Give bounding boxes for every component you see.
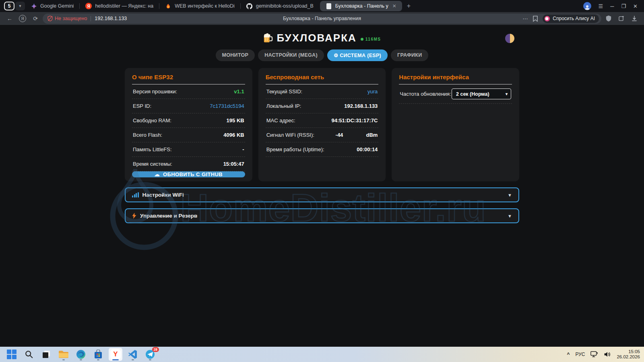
address-bar[interactable]: Не защищено 192.168.1.133 Бухловарка - П… <box>43 14 601 24</box>
update-from-github-button[interactable]: ☁ОБНОВИТЬ С GITHUB <box>132 171 245 177</box>
vscode-button[interactable] <box>126 348 140 361</box>
row-free-ram: Свободно RAM:195 KB <box>132 113 245 128</box>
search-button[interactable] <box>22 348 36 361</box>
github-icon <box>246 3 253 9</box>
tab-buhlovarka-active[interactable]: Бухловарка - Панель у ✕ <box>320 1 402 11</box>
tab-title: Бухловарка - Панель у <box>335 3 388 9</box>
tab-monitor[interactable]: МОНИТОР <box>216 49 255 61</box>
card-interface-settings: Настройки интерфейса Частота обновления:… <box>392 68 519 181</box>
bookmark-icon[interactable] <box>533 16 538 22</box>
accordion-wifi-settings[interactable]: Настройки WiFi ▼ <box>125 187 519 202</box>
window-close-button[interactable]: ✕ <box>633 3 638 9</box>
file-explorer-button[interactable] <box>57 348 70 361</box>
card-esp-chip: О чипе ESP32 Версия прошивки:v1.1 ESP ID… <box>125 68 252 181</box>
language-indicator[interactable]: РУС <box>575 352 585 357</box>
tab-settings-mega[interactable]: НАСТРОЙКИ (MEGA) <box>258 49 324 61</box>
row-ssid: Текущий SSID:yura <box>266 84 379 99</box>
extensions-icon[interactable] <box>616 15 627 22</box>
accordion-control-backup[interactable]: Управление и Резерв ▼ <box>125 208 519 223</box>
telegram-button[interactable]: 28 <box>143 348 157 361</box>
downloads-icon[interactable] <box>629 15 640 22</box>
tab-system-esp[interactable]: ⚙ СИСТЕМА (ESP) <box>327 49 388 61</box>
more-actions-icon[interactable]: ⋯ <box>522 15 528 22</box>
chevron-down-icon: ▼ <box>508 193 512 197</box>
wifi-signal-icon <box>132 192 139 197</box>
edge-button[interactable] <box>74 348 88 361</box>
card-wireless: Беспроводная сеть Текущий SSID:yura Лока… <box>258 68 386 181</box>
row-local-ip: Локальный IP:192.168.1.133 <box>266 99 379 113</box>
browser-menu-icon[interactable]: ☰ <box>599 3 603 9</box>
telegram-unread-badge: 28 <box>152 347 159 352</box>
tray-expand-icon[interactable]: ^ <box>567 352 570 357</box>
tab-charts[interactable]: ГРАФИКИ <box>391 49 428 61</box>
ping-status: 116MS <box>361 37 381 41</box>
profile-avatar[interactable] <box>583 2 591 10</box>
folder-icon <box>58 350 69 359</box>
url-text[interactable]: 192.168.1.133 <box>95 16 127 21</box>
card-title: О чипе ESP32 <box>132 74 245 84</box>
document-icon <box>326 3 332 9</box>
crossed-shield-icon <box>47 16 53 21</box>
chevron-down-icon: ▼ <box>508 214 512 218</box>
tab-title: geminibitok-oss/upload_B <box>256 3 314 9</box>
window-minimize-button[interactable]: ─ <box>610 3 614 9</box>
tab-title: WEB интерфейс к HelloDi <box>175 3 235 9</box>
row-mac: MAC адрес:94:51:DC:31:17:7C <box>266 113 379 128</box>
microsoft-store-button[interactable] <box>91 348 105 361</box>
row-littlefs: Память LittleFS:- <box>132 142 245 157</box>
security-label: Не защищено <box>55 16 87 21</box>
refresh-rate-select[interactable]: 2 сек (Норма) ▾ <box>452 88 511 99</box>
app-header: БУХЛОВАРКА 116MS <box>125 25 519 44</box>
task-view-button[interactable] <box>39 348 53 361</box>
tray-date: 26.02.2026 <box>617 354 640 360</box>
accordion-label: Управление и Резерв <box>140 213 197 219</box>
reload-icon[interactable]: ⟳ <box>30 15 41 22</box>
tab-github-repo[interactable]: geminibitok-oss/upload_B <box>241 0 319 12</box>
page-content: БУХЛОВАРКА 116MS МОНИТОР НАСТРОЙКИ (MEGA… <box>0 25 644 347</box>
tab-web-interface[interactable]: WEB интерфейс к HelloDi <box>159 0 240 12</box>
volume-icon[interactable] <box>604 351 611 358</box>
new-tab-button[interactable]: + <box>407 2 411 10</box>
tab-counter-button[interactable]: 5 <box>4 2 14 10</box>
network-icon[interactable] <box>590 351 598 358</box>
browser-toolbar: ← Я ⟳ Не защищено 192.168.1.133 Бухловар… <box>0 12 644 25</box>
lightning-icon <box>132 213 136 219</box>
start-button[interactable] <box>5 348 19 361</box>
gemini-icon <box>31 3 37 9</box>
taskbar-clock[interactable]: 15:05 26.02.2026 <box>617 349 640 360</box>
accordion-label: Настройки WiFi <box>142 192 184 198</box>
window-restore-button[interactable]: ❐ <box>621 3 626 9</box>
alice-icon <box>544 16 550 22</box>
ask-alice-button[interactable]: Спросить Алису AI <box>543 14 599 23</box>
yandex-browser-button[interactable]: Y <box>109 348 122 361</box>
yandex-icon: Я <box>85 3 92 9</box>
row-uptime: Время работы (Uptime):00:00:14 <box>266 142 379 157</box>
cloud-icon: ☁ <box>155 171 160 177</box>
yandex-home-icon[interactable]: Я <box>17 15 28 22</box>
beer-mug-icon <box>263 33 273 43</box>
row-refresh-rate: Частота обновления: 2 сек (Норма) ▾ <box>399 84 512 104</box>
tab-close-icon[interactable]: ✕ <box>392 3 396 9</box>
back-icon[interactable]: ← <box>4 15 15 22</box>
card-title: Беспроводная сеть <box>266 74 379 84</box>
search-icon <box>25 350 33 359</box>
status-dot-icon <box>361 38 363 41</box>
tab-list-chevron-icon[interactable]: ▼ <box>15 2 25 10</box>
tray-time: 15:05 <box>617 349 640 354</box>
edge-icon <box>76 350 86 359</box>
tab-google-gemini[interactable]: Google Gemini <box>25 0 79 12</box>
gear-icon: ⚙ <box>334 53 339 58</box>
security-warning: Не защищено <box>47 16 87 21</box>
tab-yandex-search[interactable]: Я hellodistiler — Яндекс: на <box>80 0 159 12</box>
row-rssi: Сигнал WiFi (RSSI):-44dBm <box>266 128 379 142</box>
protect-shield-icon[interactable] <box>603 15 614 22</box>
theme-toggle-icon[interactable] <box>505 34 514 43</box>
windows-logo-icon <box>7 350 17 359</box>
row-esp-id: ESP ID:7c1731dc5194 <box>132 99 245 113</box>
chevron-down-icon: ▾ <box>506 92 508 96</box>
main-nav: МОНИТОР НАСТРОЙКИ (MEGA) ⚙ СИСТЕМА (ESP)… <box>125 49 519 61</box>
flame-icon <box>165 3 171 9</box>
ask-alice-label: Спросить Алису AI <box>553 16 595 21</box>
row-system-time: Время системы:15:05:47 <box>132 157 245 171</box>
store-icon <box>93 350 103 359</box>
